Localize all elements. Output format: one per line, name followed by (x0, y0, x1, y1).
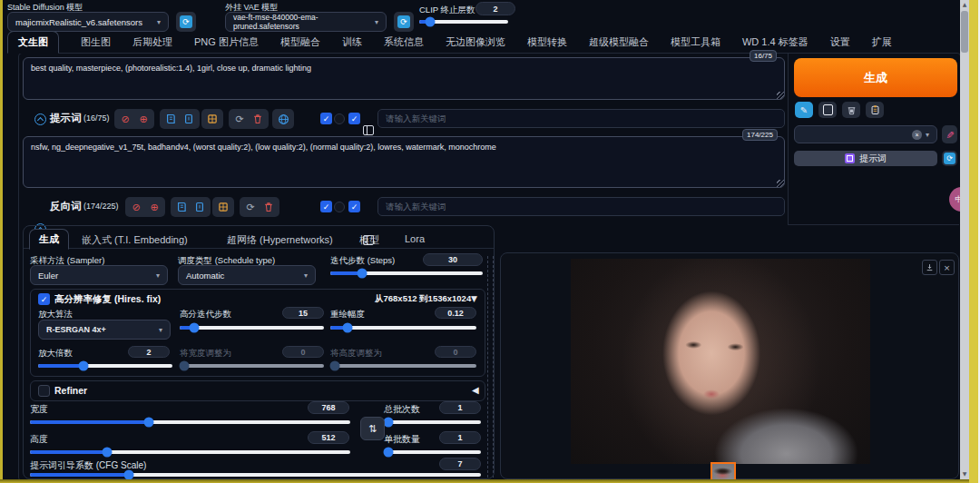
slider-thumb[interactable] (343, 323, 353, 333)
apply-styles-brush-button[interactable]: ✎ (942, 125, 957, 143)
prompt-keyword-input[interactable] (377, 109, 785, 128)
negative-toggle-knob[interactable] (334, 202, 345, 212)
refiner-checkbox[interactable] (38, 385, 50, 397)
tab-infinite-browser[interactable]: 无边图像浏览 (446, 35, 505, 54)
undo-icon[interactable]: ⊘ (128, 199, 144, 215)
notebook-icon[interactable] (162, 111, 179, 127)
panel-layout-icon[interactable] (363, 125, 374, 135)
batch-count-slider[interactable] (384, 420, 481, 424)
prompt-textarea[interactable]: best quality, masterpiece, (photorealist… (23, 57, 785, 100)
slider-thumb[interactable] (425, 17, 435, 27)
height-slider[interactable] (30, 450, 350, 454)
tab-extras[interactable]: 后期处理 (132, 35, 172, 54)
history-icon[interactable]: ⟳ (231, 111, 248, 127)
copy-button[interactable] (818, 102, 837, 118)
tab-model-converter[interactable]: 模型转换 (527, 35, 567, 54)
styles-select[interactable]: × ▾ (794, 125, 937, 143)
steps-slider[interactable] (330, 271, 483, 275)
scrollbar-up-arrow[interactable]: ▲ (960, 1, 969, 9)
prompt-toggle-knob[interactable] (334, 113, 345, 124)
negative-panel-checkbox[interactable]: ✓ (348, 201, 360, 212)
cfg-value[interactable]: 7 (439, 458, 481, 470)
tab-png-info[interactable]: PNG 图片信息 (194, 35, 259, 54)
cfg-slider[interactable] (30, 473, 481, 477)
generated-image[interactable] (571, 259, 870, 464)
archive-book-icon[interactable] (204, 111, 220, 127)
prompt-auto-checkbox[interactable]: ✓ (320, 113, 332, 124)
close-preview-button[interactable]: × (939, 260, 955, 275)
negative-auto-checkbox[interactable]: ✓ (320, 201, 332, 212)
tab-system-info[interactable]: 系统信息 (384, 35, 424, 54)
scrollbar-track[interactable] (960, 0, 969, 479)
negative-prompt-textarea[interactable]: nsfw, ng_deepnegative_v1_75t, badhandv4,… (23, 136, 785, 188)
vae-select[interactable]: vae-ft-mse-840000-ema-pruned.safetensors… (225, 12, 387, 32)
schedule-select[interactable]: Automatic ▾ (178, 265, 316, 285)
denoising-slider[interactable] (330, 326, 476, 330)
prompt-panel-checkbox[interactable]: ✓ (348, 113, 360, 124)
slider-thumb[interactable] (79, 361, 89, 371)
styles-prompt-button[interactable]: 提示词 (794, 151, 937, 166)
refresh-vae-button[interactable]: ⟳ (394, 12, 414, 32)
slider-thumb[interactable] (189, 323, 199, 333)
globe-icon[interactable] (275, 111, 291, 127)
slider-thumb[interactable] (358, 269, 368, 279)
hires-steps-value[interactable]: 15 (282, 307, 324, 319)
redo-icon[interactable]: ⊕ (146, 199, 162, 215)
refresh-styles-button[interactable]: ⟳ (942, 151, 957, 166)
archive-book-icon[interactable] (215, 199, 231, 215)
trash-icon[interactable] (250, 111, 266, 127)
width-slider[interactable] (30, 420, 350, 424)
subtab-ti-embedding[interactable]: 嵌入式 (T.I. Embedding) (82, 233, 188, 247)
clear-prompt-button[interactable] (842, 102, 860, 118)
denoising-value[interactable]: 0.12 (435, 307, 476, 319)
download-image-button[interactable] (922, 260, 937, 275)
generate-button[interactable]: 生成 (794, 58, 957, 97)
notebook-icon[interactable] (173, 199, 190, 215)
refresh-sd-model-button[interactable]: ⟳ (176, 12, 196, 32)
subtab-hypernetworks[interactable]: 超网络 (Hypernetworks) (227, 233, 333, 247)
steps-value[interactable]: 30 (423, 253, 483, 266)
bookmark-icon[interactable] (191, 199, 208, 215)
subtab-lora[interactable]: Lora (405, 233, 425, 244)
slider-thumb[interactable] (384, 448, 394, 458)
tab-img2img[interactable]: 图生图 (81, 35, 111, 54)
styles-clipboard-button[interactable] (866, 102, 884, 118)
upscale-by-value[interactable]: 2 (128, 346, 170, 358)
scrollbar-down-arrow[interactable]: ▼ (960, 470, 969, 478)
tab-txt2img[interactable]: 文生图 (7, 31, 59, 54)
swap-dimensions-button[interactable]: ⇅ (360, 417, 385, 440)
slider-thumb[interactable] (143, 418, 153, 428)
tab-checkpoint-merger[interactable]: 模型融合 (280, 35, 320, 54)
collapse-triangle-icon[interactable]: ▼ (471, 294, 477, 303)
paste-params-button[interactable]: ✎ (795, 102, 813, 118)
upscale-by-slider[interactable] (38, 364, 172, 368)
clear-selection-icon[interactable]: × (912, 130, 922, 140)
bookmark-icon[interactable] (181, 111, 197, 127)
hires-fix-checkbox[interactable]: ✓ (38, 293, 50, 305)
height-value[interactable]: 512 (308, 431, 349, 444)
batch-size-value[interactable]: 1 (439, 431, 481, 444)
negative-keyword-input[interactable] (377, 197, 785, 216)
clip-skip-value[interactable]: 2 (475, 2, 515, 15)
trash-icon[interactable] (260, 199, 277, 215)
scrollbar-thumb[interactable] (961, 11, 968, 53)
hires-steps-slider[interactable] (180, 326, 324, 330)
tab-super-merger[interactable]: 超级模型融合 (589, 35, 649, 54)
tab-settings[interactable]: 设置 (830, 35, 850, 54)
redo-icon[interactable]: ⊕ (135, 111, 152, 127)
tab-extensions[interactable]: 扩展 (872, 35, 892, 54)
subtab-checkpoints[interactable]: 模型 (359, 233, 379, 247)
sampler-select[interactable]: Euler ▾ (30, 265, 168, 285)
upscaler-select[interactable]: R-ESRGAN 4x+ ▾ (38, 320, 171, 340)
collapse-left-icon[interactable]: ◀ (472, 385, 479, 395)
tab-model-toolkit[interactable]: 模型工具箱 (671, 35, 720, 54)
slider-thumb[interactable] (384, 418, 394, 428)
resize-grip[interactable] (777, 180, 784, 187)
clip-skip-slider[interactable] (419, 20, 508, 24)
sd-model-select[interactable]: majicmixRealistic_v6.safetensors ▾ (7, 12, 169, 32)
resize-grip[interactable] (777, 92, 784, 99)
tab-train[interactable]: 训练 (342, 35, 362, 54)
undo-icon[interactable]: ⊘ (117, 111, 133, 127)
slider-thumb[interactable] (102, 448, 112, 458)
width-value[interactable]: 768 (308, 401, 349, 414)
